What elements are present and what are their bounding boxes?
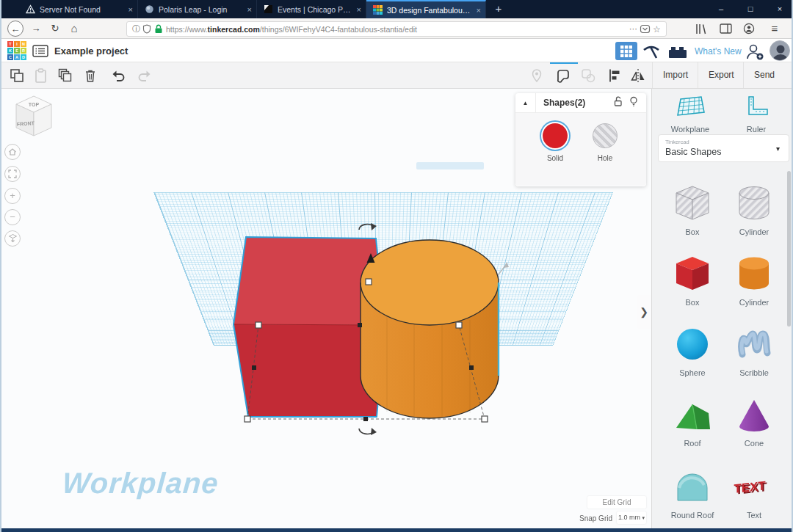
panel-collapse-button[interactable]: ▲ [515,93,536,113]
minimize-button[interactable]: – [706,0,736,18]
gallery-label: Round Roof [662,511,723,520]
snap-grid-value: 1.0 mm [618,514,640,521]
gallery-cylinder-solid[interactable]: Cylinder [723,255,785,307]
sidebar-collapse-handle[interactable]: ❯ [637,295,651,329]
zoom-in-button[interactable]: + [4,188,21,204]
sidebar-scrollbar[interactable] [787,171,791,327]
gallery-label: Text [723,511,785,520]
home-button[interactable]: ⌂ [66,21,82,37]
gallery-cone[interactable]: Cone [723,396,785,448]
align-icon[interactable] [606,68,623,84]
pocket-icon[interactable] [640,24,651,34]
active-tool-indicator [550,62,578,64]
group-icon[interactable] [555,68,571,84]
forward-button[interactable]: → [28,21,44,37]
solid-swatch[interactable] [543,123,568,148]
grid-icon [620,45,632,57]
send-to-button[interactable]: Send To [743,62,793,88]
info-icon[interactable]: ⓘ [130,23,142,34]
sidebar-toggle-icon[interactable] [720,23,732,34]
brick-blocks-icon[interactable] [667,44,689,59]
snap-grid-dropdown[interactable]: 1.0 mm ▾ [617,511,646,524]
flag-icon [264,4,273,14]
copy-icon[interactable] [9,68,25,84]
tab-close-icon[interactable]: × [357,5,361,14]
lock-icon[interactable] [153,24,164,34]
avatar[interactable] [770,40,790,61]
tab-close-icon[interactable]: × [247,5,252,14]
invite-person-icon[interactable] [745,43,765,62]
fit-view-button[interactable] [4,166,21,182]
gallery-roof[interactable]: Roof [662,396,723,448]
tab-polaris-leap[interactable]: Polaris Leap - Login × [138,0,257,18]
warning-icon [26,4,35,14]
orange-cylinder-shape[interactable] [361,240,499,418]
ruler-tool[interactable]: Ruler [725,95,788,134]
duplicate-icon[interactable] [57,68,73,84]
maximize-button[interactable]: □ [736,0,765,18]
tab-chicago-library[interactable]: Events | Chicago Public Library × [257,0,366,18]
gallery-scribble[interactable]: Scribble [723,325,785,377]
paste-icon[interactable] [32,68,48,84]
whats-new-link[interactable]: What's New [695,46,742,57]
rotate-handle-side[interactable] [498,262,509,275]
selection-highlight-artifact [416,162,484,170]
account-icon[interactable] [743,23,755,34]
unlock-icon[interactable] [609,96,626,109]
delete-icon[interactable] [82,68,98,84]
bookmark-star-icon[interactable]: ☆ [651,24,663,34]
reload-button[interactable]: ↻ [47,21,63,37]
shape-library-sidebar: Workplane Ruler Tinkercad Basic Shapes ▾ [651,89,793,532]
lightbulb-icon[interactable] [626,96,642,110]
tinkercad-favicon [373,5,383,15]
hole-swatch[interactable] [593,123,618,148]
3d-designs-button[interactable] [615,42,637,60]
globe-icon [145,4,154,14]
rotate-handle-top[interactable] [359,223,377,230]
shield-icon[interactable] [142,24,151,34]
sphere-icon [672,325,713,363]
gallery-box-solid[interactable]: Box [662,255,723,307]
page-actions-icon[interactable]: ⋯ [627,24,640,34]
undo-icon[interactable] [110,68,126,84]
shapes-panel-title: Shapes(2) [543,98,609,108]
zoom-out-button[interactable]: − [4,209,21,225]
tab-tinkercad-active[interactable]: 3D design Fantabulous Stantia × [366,0,486,18]
gallery-cylinder-hole[interactable]: Cylinder [723,184,785,236]
mirror-icon[interactable] [630,68,646,84]
workplane-pin-icon[interactable] [529,68,545,84]
close-button[interactable]: × [765,0,793,18]
gallery-round-roof[interactable]: Round Roof [662,467,723,520]
redo-icon[interactable] [137,68,153,84]
properties-list-icon[interactable] [32,45,48,57]
gallery-label: Cylinder [723,298,785,307]
shape-category-dropdown[interactable]: Tinkercad Basic Shapes ▾ [658,134,789,162]
tab-server-not-found[interactable]: Server Not Found × [19,0,138,18]
design-canvas[interactable]: Workplane [1,89,651,532]
dropdown-value: Basic Shapes [665,147,721,157]
edit-grid-button[interactable]: Edit Grid [587,496,646,509]
new-tab-button[interactable]: + [490,1,507,17]
minecraft-pickaxe-icon[interactable] [642,43,661,59]
workplane-tool[interactable]: Workplane [659,95,722,134]
address-bar[interactable]: ⓘ https://www.tinkercad.com/things/6WIFe… [126,21,667,37]
solid-option[interactable]: Solid [533,123,577,162]
home-view-button[interactable] [4,144,21,160]
tinkercad-logo[interactable]: TIN KER CAD [7,41,26,60]
gallery-box-hole[interactable]: Box [662,184,723,236]
library-icon[interactable] [695,23,708,34]
view-cube[interactable]: TOP FRONT [13,95,54,146]
menu-icon[interactable]: ≡ [767,21,783,37]
fit-view-icon [8,170,17,178]
ungroup-icon[interactable] [580,68,596,84]
perspective-toggle-button[interactable] [4,230,21,247]
hole-option[interactable]: Hole [583,123,627,162]
gallery-sphere[interactable]: Sphere [662,325,723,377]
rotate-handle-bottom[interactable] [359,428,377,435]
tab-close-icon[interactable]: × [128,5,133,14]
import-button[interactable]: Import [652,62,698,88]
back-button[interactable]: ← [7,21,23,37]
gallery-text[interactable]: TEXT TEXT Text [723,467,785,520]
tab-close-icon[interactable]: × [477,6,481,15]
export-button[interactable]: Export [698,62,745,88]
